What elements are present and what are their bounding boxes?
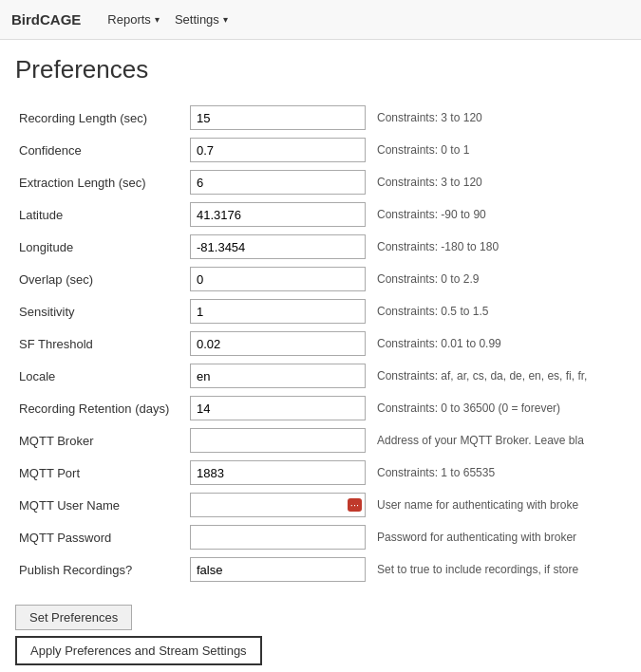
table-row: MQTT PortConstraints: 1 to 65535 xyxy=(15,457,626,489)
field-constraint: User name for authenticating with broke xyxy=(369,489,626,521)
field-input-cell xyxy=(186,327,369,360)
field-input[interactable] xyxy=(190,202,366,227)
field-input-cell: ··· xyxy=(186,489,369,521)
field-input[interactable] xyxy=(190,170,366,195)
field-input-cell xyxy=(186,263,369,295)
table-row: MQTT PasswordPassword for authenticating… xyxy=(15,521,626,553)
table-row: LatitudeConstraints: -90 to 90 xyxy=(15,198,626,231)
field-input[interactable] xyxy=(190,396,366,420)
navbar-settings-label: Settings xyxy=(175,12,219,27)
field-constraint: Constraints: 0 to 2.9 xyxy=(369,263,626,295)
table-row: ConfidenceConstraints: 0 to 1 xyxy=(15,134,626,166)
field-input[interactable] xyxy=(190,331,366,356)
field-input[interactable] xyxy=(190,364,366,388)
table-row: SF ThresholdConstraints: 0.01 to 0.99 xyxy=(15,327,626,360)
field-input[interactable] xyxy=(190,234,366,259)
field-input[interactable] xyxy=(190,138,366,162)
field-constraint: Constraints: 0 to 1 xyxy=(369,134,626,166)
field-label: Longitude xyxy=(15,231,186,263)
main-content: Preferences Recording Length (sec)Constr… xyxy=(0,40,641,672)
field-input[interactable] xyxy=(190,460,366,485)
field-label: Recording Retention (days) xyxy=(15,392,186,424)
settings-caret-icon: ▾ xyxy=(223,14,228,25)
field-input-cell xyxy=(186,521,369,553)
table-row: Publish Recordings?Set to true to includ… xyxy=(15,553,626,586)
field-label: Extraction Length (sec) xyxy=(15,166,186,198)
navbar-settings[interactable]: Settings ▾ xyxy=(167,9,236,30)
navbar-reports[interactable]: Reports ▾ xyxy=(100,9,167,30)
button-area: Set Preferences Apply Preferences and St… xyxy=(15,605,626,665)
field-label: MQTT Password xyxy=(15,521,186,553)
field-constraint: Constraints: 3 to 120 xyxy=(369,166,626,198)
table-row: Overlap (sec)Constraints: 0 to 2.9 xyxy=(15,263,626,295)
field-label: Recording Length (sec) xyxy=(15,102,186,134)
field-input-cell xyxy=(186,360,369,392)
field-constraint: Constraints: 3 to 120 xyxy=(369,102,626,134)
field-label: Overlap (sec) xyxy=(15,263,186,295)
field-input-cell xyxy=(186,392,369,424)
apply-preferences-button[interactable]: Apply Preferences and Stream Settings xyxy=(15,636,262,665)
field-input[interactable] xyxy=(190,493,366,517)
page-title: Preferences xyxy=(15,55,626,84)
field-input-cell xyxy=(186,102,369,134)
field-constraint: Constraints: 0.5 to 1.5 xyxy=(369,295,626,327)
field-input-cell xyxy=(186,553,369,586)
field-input[interactable] xyxy=(190,525,366,550)
set-preferences-button[interactable]: Set Preferences xyxy=(15,605,132,630)
field-input[interactable] xyxy=(190,267,366,291)
field-label: Latitude xyxy=(15,198,186,231)
field-label: MQTT Broker xyxy=(15,424,186,457)
field-label: Locale xyxy=(15,360,186,392)
field-input[interactable] xyxy=(190,299,366,324)
field-input[interactable] xyxy=(190,428,366,453)
field-constraint: Constraints: 0.01 to 0.99 xyxy=(369,327,626,360)
field-label: Publish Recordings? xyxy=(15,553,186,586)
field-label: MQTT Port xyxy=(15,457,186,489)
field-constraint: Constraints: af, ar, cs, da, de, en, es,… xyxy=(369,360,626,392)
preferences-table: Recording Length (sec)Constraints: 3 to … xyxy=(15,102,626,586)
password-wrapper xyxy=(190,525,366,550)
password-manager-icon[interactable]: ··· xyxy=(348,498,362,512)
field-constraint: Set to true to include recordings, if st… xyxy=(369,553,626,586)
field-constraint: Password for authenticating with broker xyxy=(369,521,626,553)
table-row: MQTT BrokerAddress of your MQTT Broker. … xyxy=(15,424,626,457)
table-row: Recording Length (sec)Constraints: 3 to … xyxy=(15,102,626,134)
navbar-reports-label: Reports xyxy=(107,12,151,27)
field-input[interactable] xyxy=(190,105,366,130)
field-input-cell xyxy=(186,457,369,489)
app-brand: BirdCAGE xyxy=(11,11,81,28)
table-row: Extraction Length (sec)Constraints: 3 to… xyxy=(15,166,626,198)
field-constraint: Constraints: 1 to 65535 xyxy=(369,457,626,489)
reports-caret-icon: ▾ xyxy=(155,14,160,25)
field-constraint: Address of your MQTT Broker. Leave bla xyxy=(369,424,626,457)
table-row: LongitudeConstraints: -180 to 180 xyxy=(15,231,626,263)
table-row: SensitivityConstraints: 0.5 to 1.5 xyxy=(15,295,626,327)
field-label: MQTT User Name xyxy=(15,489,186,521)
field-constraint: Constraints: -90 to 90 xyxy=(369,198,626,231)
field-input-cell xyxy=(186,134,369,166)
field-constraint: Constraints: -180 to 180 xyxy=(369,231,626,263)
table-row: Recording Retention (days)Constraints: 0… xyxy=(15,392,626,424)
navbar: BirdCAGE Reports ▾ Settings ▾ xyxy=(0,0,641,40)
field-input[interactable] xyxy=(190,557,366,582)
field-input-cell xyxy=(186,166,369,198)
field-input-cell xyxy=(186,231,369,263)
field-input-cell xyxy=(186,198,369,231)
field-label: Confidence xyxy=(15,134,186,166)
field-constraint: Constraints: 0 to 36500 (0 = forever) xyxy=(369,392,626,424)
password-wrapper: ··· xyxy=(190,493,366,517)
table-row: MQTT User Name···User name for authentic… xyxy=(15,489,626,521)
field-label: SF Threshold xyxy=(15,327,186,360)
table-row: LocaleConstraints: af, ar, cs, da, de, e… xyxy=(15,360,626,392)
field-input-cell xyxy=(186,424,369,457)
field-label: Sensitivity xyxy=(15,295,186,327)
field-input-cell xyxy=(186,295,369,327)
